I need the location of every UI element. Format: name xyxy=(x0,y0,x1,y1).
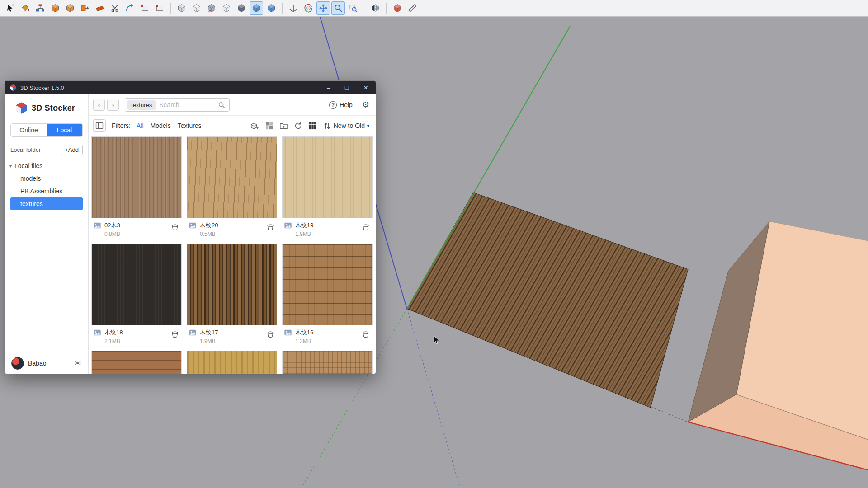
close-button[interactable]: ✕ xyxy=(363,84,368,91)
user-row[interactable]: Babao ✉ xyxy=(5,353,88,374)
texture-card[interactable]: 木纹171.9MB xyxy=(187,244,277,344)
texture-card[interactable] xyxy=(91,351,182,374)
component-tool[interactable] xyxy=(48,1,62,15)
texture-card-footer: 木纹182.1MB xyxy=(91,325,182,344)
maximize-button[interactable]: □ xyxy=(345,84,349,91)
texture-thumbnail[interactable] xyxy=(187,351,277,374)
collage-view-icon[interactable] xyxy=(265,122,274,130)
material-box-tool[interactable] xyxy=(391,1,404,15)
texture-card[interactable]: 木纹191.9MB xyxy=(282,136,373,237)
solid-outer-tool[interactable] xyxy=(264,1,278,15)
texture-card[interactable]: 木纹200.5MB xyxy=(187,136,277,237)
texture-thumbnail[interactable] xyxy=(282,244,373,325)
chevron-down-icon: ▾ xyxy=(9,164,12,169)
rect-section-tool[interactable] xyxy=(153,1,166,15)
tree-item-textures[interactable]: textures xyxy=(10,197,83,210)
paint-bucket-tool[interactable] xyxy=(19,1,32,15)
solid-shell-tool[interactable] xyxy=(175,1,189,15)
help-label: Help xyxy=(340,101,353,108)
apply-material-icon[interactable] xyxy=(266,330,274,338)
apply-material-icon[interactable] xyxy=(171,330,179,338)
texture-grid: 02木30.8MB木纹200.5MB木纹191.9MB木纹182.1MB木纹17… xyxy=(89,136,376,374)
texture-name: 木纹17 xyxy=(200,328,263,337)
texture-thumbnail[interactable] xyxy=(282,351,373,374)
panel-toggle-button[interactable] xyxy=(93,119,106,132)
add-folder-button[interactable]: +Add xyxy=(61,145,83,155)
apply-material-icon[interactable] xyxy=(266,223,274,231)
texture-thumbnail[interactable] xyxy=(91,244,182,325)
mail-icon[interactable]: ✉ xyxy=(75,359,81,368)
texture-card[interactable]: 02木30.8MB xyxy=(91,136,182,237)
filter-bar: Filters: AllModelsTextures New to Old ▾ xyxy=(89,116,376,136)
texture-size: 1.3MB xyxy=(295,338,359,344)
sort-control[interactable]: New to Old ▾ xyxy=(323,122,369,130)
mouse-cursor-icon xyxy=(433,335,440,347)
texture-meta: 木纹191.9MB xyxy=(295,221,359,237)
texture-meta: 木纹161.3MB xyxy=(295,328,359,344)
search-box[interactable]: textures xyxy=(125,98,230,112)
minimize-button[interactable]: – xyxy=(327,84,330,91)
component-structure-tool[interactable] xyxy=(33,1,47,15)
solid-intersect-tool[interactable] xyxy=(190,1,203,15)
texture-thumbnail[interactable] xyxy=(282,136,373,218)
export-tool[interactable] xyxy=(78,1,92,15)
grid-view-icon[interactable] xyxy=(308,122,317,130)
apply-material-icon[interactable] xyxy=(362,330,370,338)
filter-all[interactable]: All xyxy=(137,122,144,129)
tree-item-models[interactable]: models xyxy=(5,172,88,185)
axes-tool[interactable] xyxy=(287,1,300,15)
follow-me-tool[interactable] xyxy=(123,1,137,15)
texture-thumbnail[interactable] xyxy=(91,351,182,374)
search-icon[interactable] xyxy=(218,101,226,109)
settings-gear-icon[interactable]: ⚙ xyxy=(362,101,369,109)
search-tag-chip[interactable]: textures xyxy=(127,100,156,110)
texture-thumbnail[interactable] xyxy=(91,136,182,218)
select-tool[interactable] xyxy=(4,1,17,15)
cut-tool[interactable] xyxy=(108,1,122,15)
warehouse-tool[interactable] xyxy=(63,1,77,15)
tab-local[interactable]: Local xyxy=(47,124,82,136)
texture-size: 1.9MB xyxy=(200,338,263,344)
help-button[interactable]: ? Help xyxy=(329,101,353,109)
new-folder-icon[interactable] xyxy=(279,122,288,130)
texture-card-footer: 木纹200.5MB xyxy=(187,218,277,237)
back-button[interactable]: ‹ xyxy=(93,99,105,111)
toolbar-separator xyxy=(386,3,387,14)
zoom-tool[interactable] xyxy=(331,1,345,15)
measure-tool[interactable] xyxy=(406,1,419,15)
solid-trim-tool[interactable] xyxy=(235,1,248,15)
texture-thumbnail[interactable] xyxy=(187,244,277,325)
texture-card[interactable] xyxy=(187,351,277,374)
tree-item-local-files[interactable]: ▾Local files xyxy=(5,160,88,172)
texture-meta: 木纹182.1MB xyxy=(104,328,168,344)
eraser-tool[interactable] xyxy=(93,1,107,15)
apply-material-icon[interactable] xyxy=(362,223,370,231)
orbit-tool[interactable] xyxy=(302,1,315,15)
forward-button[interactable]: › xyxy=(107,99,119,111)
place-model-icon[interactable] xyxy=(250,122,259,130)
texture-thumbnail[interactable] xyxy=(187,136,277,218)
solid-subtract-tool[interactable] xyxy=(220,1,233,15)
filter-textures[interactable]: Textures xyxy=(178,122,202,129)
texture-card[interactable] xyxy=(282,351,373,374)
rect-plan-tool[interactable] xyxy=(138,1,151,15)
zoom-extents-tool[interactable] xyxy=(346,1,360,15)
apply-material-icon[interactable] xyxy=(171,223,179,231)
avatar xyxy=(11,357,24,370)
folder-tree: ▾Local filesmodelsPB Assembliestextures xyxy=(5,160,88,210)
tree-item-pb-assemblies[interactable]: PB Assemblies xyxy=(5,185,88,197)
search-input[interactable] xyxy=(158,101,215,109)
help-icon: ? xyxy=(329,101,337,109)
texture-card[interactable]: 木纹182.1MB xyxy=(91,244,182,344)
texture-name: 02木3 xyxy=(104,221,168,230)
texture-card[interactable]: 木纹161.3MB xyxy=(282,244,373,344)
pan-tool[interactable] xyxy=(316,1,330,15)
app-toolbar xyxy=(0,0,868,17)
solid-union-tool[interactable] xyxy=(205,1,218,15)
refresh-icon[interactable] xyxy=(294,122,302,130)
tab-online[interactable]: Online xyxy=(11,124,47,136)
window-titlebar[interactable]: 3D Stocker 1.5.0 – □ ✕ xyxy=(5,81,376,94)
mirror-tool[interactable] xyxy=(368,1,382,15)
filter-models[interactable]: Models xyxy=(151,122,171,129)
solid-split-tool[interactable] xyxy=(250,1,263,15)
